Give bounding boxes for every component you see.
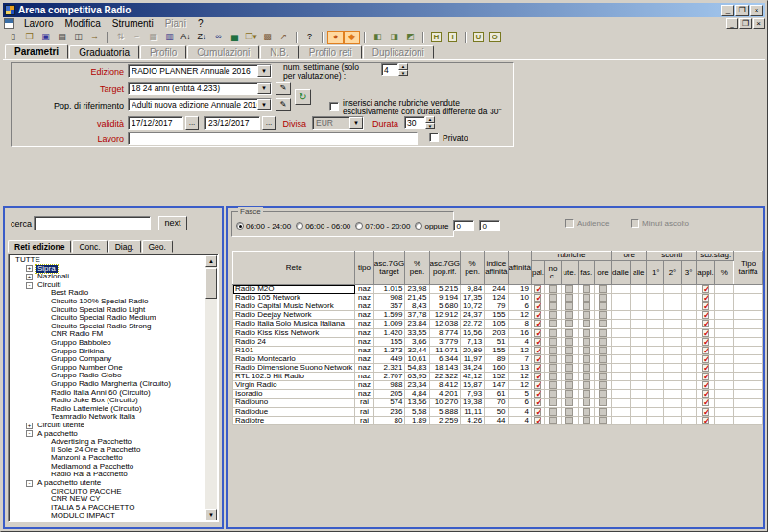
- expand-icon[interactable]: +: [26, 423, 33, 429]
- dalle-cell[interactable]: [612, 390, 631, 399]
- sconto1-cell[interactable]: [647, 294, 664, 302]
- pen-target-cell[interactable]: 23,98: [405, 285, 429, 294]
- affinita-cell[interactable]: 4: [508, 337, 531, 346]
- noc-cell[interactable]: [544, 407, 561, 416]
- sco-stag-pct-cell[interactable]: [714, 337, 733, 346]
- asc-pop-cell[interactable]: 11.071: [429, 346, 461, 354]
- checked-icon[interactable]: ✓: [702, 294, 709, 302]
- affinita-cell[interactable]: 13: [508, 363, 531, 372]
- alle-cell[interactable]: [631, 320, 647, 328]
- sconto3-cell[interactable]: [681, 294, 696, 302]
- checked-icon[interactable]: ✓: [534, 320, 541, 327]
- restore-button[interactable]: ❐: [735, 5, 749, 16]
- tipo-cell[interactable]: rai: [355, 407, 373, 416]
- checked-icon[interactable]: ✓: [534, 399, 541, 406]
- appl-cell[interactable]: ✓: [697, 328, 714, 337]
- tipo-cell[interactable]: naz: [355, 354, 373, 363]
- tree-item[interactable]: -Circuiti: [11, 281, 205, 290]
- durata-value[interactable]: 30: [404, 116, 425, 129]
- sconto2-cell[interactable]: [664, 302, 682, 311]
- alle-cell[interactable]: [631, 302, 647, 311]
- dalle-cell[interactable]: [612, 302, 631, 311]
- tipo-tariffa-cell[interactable]: [734, 390, 763, 399]
- ore-cell[interactable]: [594, 285, 611, 294]
- appl-cell[interactable]: ✓: [697, 390, 714, 399]
- tab-reti-edizione[interactable]: Reti edizione: [8, 240, 71, 253]
- fas-cell[interactable]: [578, 354, 594, 363]
- radio-icon[interactable]: [355, 222, 363, 230]
- rete-cell[interactable]: Isoradio: [233, 390, 355, 399]
- pal-cell[interactable]: ✓: [532, 416, 545, 424]
- appl-cell[interactable]: ✓: [697, 294, 714, 302]
- checkbox-icon[interactable]: [599, 399, 607, 406]
- checkbox-icon[interactable]: [549, 338, 557, 346]
- sconto2-cell[interactable]: [664, 285, 682, 294]
- pal-cell[interactable]: ✓: [532, 363, 545, 372]
- close-button[interactable]: ×: [750, 5, 763, 16]
- asc-pop-cell[interactable]: 3.779: [429, 337, 461, 346]
- pal-cell[interactable]: ✓: [532, 337, 545, 346]
- checkbox-icon[interactable]: [549, 285, 557, 293]
- column-header-asc_target[interactable]: asc.7GG target: [373, 252, 405, 285]
- pen-target-cell[interactable]: 4,84: [405, 390, 429, 399]
- table-row[interactable]: Radio Capital Music Networknaz3578,435.6…: [233, 302, 763, 311]
- table-row[interactable]: R101naz1.37332,4411.07120,8915512✓✓: [233, 346, 763, 354]
- checkbox-icon[interactable]: [565, 364, 573, 372]
- asc-target-cell[interactable]: 236: [373, 407, 405, 416]
- column-header-pen1[interactable]: % pen.: [405, 252, 429, 285]
- checkbox-icon[interactable]: [599, 381, 607, 389]
- sconto3-cell[interactable]: [681, 407, 696, 416]
- noc-cell[interactable]: [544, 302, 561, 311]
- affinita-cell[interactable]: 12: [508, 346, 531, 354]
- sconto1-cell[interactable]: [647, 390, 664, 399]
- checkbox-icon[interactable]: [565, 381, 573, 389]
- dalle-cell[interactable]: [612, 285, 631, 294]
- pen-pop-cell[interactable]: 10,72: [461, 302, 485, 311]
- sconto1-cell[interactable]: [647, 407, 664, 416]
- asc-pop-cell[interactable]: 2.259: [429, 416, 461, 424]
- tipo-cell[interactable]: naz: [355, 285, 373, 294]
- affinita-cell[interactable]: 5: [508, 390, 531, 399]
- dalle-cell[interactable]: [612, 407, 631, 416]
- pen-target-cell[interactable]: 23,84: [405, 320, 429, 328]
- sconto1-cell[interactable]: [647, 337, 664, 346]
- sconto2-cell[interactable]: [664, 337, 682, 346]
- checked-icon[interactable]: ✓: [534, 347, 541, 354]
- indice-cell[interactable]: 51: [485, 337, 508, 346]
- spin-down-icon[interactable]: ▼: [398, 70, 408, 77]
- num-settimane-stepper[interactable]: 4 ▲▼: [381, 63, 408, 76]
- num-settimane-value[interactable]: 4: [381, 63, 398, 76]
- chevron-down-icon[interactable]: ▼: [257, 99, 271, 110]
- checkbox-icon[interactable]: [565, 294, 573, 302]
- sco-stag-pct-cell[interactable]: [714, 285, 733, 294]
- collapse-icon[interactable]: -: [26, 480, 33, 487]
- sco-stag-pct-cell[interactable]: [714, 302, 733, 311]
- indice-cell[interactable]: 79: [485, 302, 508, 311]
- spin-down-icon[interactable]: ▼: [425, 123, 435, 130]
- checkbox-icon[interactable]: [565, 320, 573, 327]
- sco-stag-pct-cell[interactable]: [714, 390, 733, 399]
- asc-pop-cell[interactable]: 6.344: [429, 354, 461, 363]
- pen-pop-cell[interactable]: 42,12: [461, 373, 485, 381]
- tipo-tariffa-cell[interactable]: [734, 373, 763, 381]
- sconto2-cell[interactable]: [664, 416, 682, 424]
- sco-stag-pct-cell[interactable]: [714, 294, 733, 302]
- sco-stag-pct-cell[interactable]: [714, 416, 733, 424]
- checked-icon[interactable]: ✓: [702, 355, 709, 363]
- checkbox-icon[interactable]: [583, 417, 590, 424]
- affinita-cell[interactable]: 10: [508, 294, 531, 302]
- fascia-radio-06-00-06-00[interactable]: 06:00 - 06:00: [296, 222, 350, 230]
- fas-cell[interactable]: [578, 311, 594, 320]
- group-header-rubriche[interactable]: rubriche: [532, 252, 612, 261]
- dalle-cell[interactable]: [612, 363, 631, 372]
- sconto3-cell[interactable]: [681, 381, 696, 390]
- ute-cell[interactable]: [562, 416, 579, 424]
- alle-cell[interactable]: [631, 381, 647, 390]
- child-minimize-button[interactable]: _: [726, 18, 738, 29]
- table-row[interactable]: Radio Dimensione Suono Networknaz2.32154…: [233, 363, 763, 372]
- column-header-s2[interactable]: 2°: [664, 261, 682, 285]
- minimize-button[interactable]: _: [721, 5, 734, 16]
- checked-icon[interactable]: ✓: [534, 390, 541, 398]
- pen-pop-cell[interactable]: 4,26: [461, 416, 485, 424]
- rete-cell[interactable]: Radiotre: [233, 416, 355, 424]
